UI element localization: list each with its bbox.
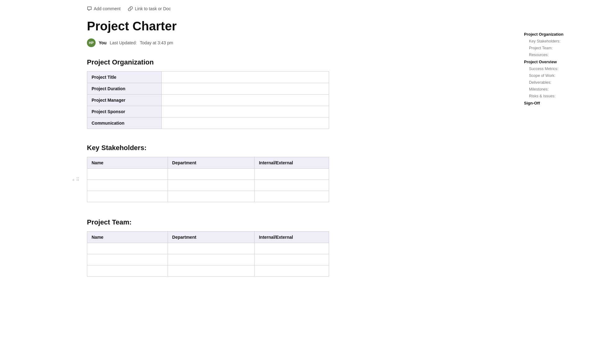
- toc-link[interactable]: Project Overview: [524, 59, 589, 65]
- avatar: HP: [87, 38, 96, 47]
- table-row: Project Duration: [87, 83, 329, 95]
- table-row: [87, 254, 329, 265]
- table-cell[interactable]: [255, 254, 329, 265]
- table-cell[interactable]: [255, 180, 329, 191]
- key-stakeholders-heading: Key Stakeholders:: [87, 144, 416, 152]
- table-cell[interactable]: [168, 169, 255, 180]
- table-cell[interactable]: [87, 180, 168, 191]
- toc-sidebar: Project OrganizationKey Stakeholders:Pro…: [522, 0, 596, 364]
- add-comment-button[interactable]: Add comment: [87, 6, 120, 11]
- table-cell[interactable]: [168, 243, 255, 254]
- table-cell[interactable]: [168, 191, 255, 202]
- project-org-heading: Project Organization: [87, 58, 416, 66]
- main-content: Add comment Link to task or Doc Project …: [0, 0, 435, 364]
- table-cell[interactable]: [87, 254, 168, 265]
- toc-link[interactable]: Success Metrics:: [524, 66, 589, 72]
- toc-link[interactable]: Key Stakeholders:: [524, 38, 589, 44]
- link-label: Link to task or Doc: [135, 6, 171, 11]
- value-cell[interactable]: [161, 95, 329, 106]
- project-team-section: Project Team: NameDepartmentInternal/Ext…: [87, 218, 416, 277]
- author-row: HP You Last Updated: Today at 3:43 pm: [87, 38, 416, 47]
- table-cell[interactable]: [87, 265, 168, 277]
- value-cell[interactable]: [161, 83, 329, 95]
- add-comment-label: Add comment: [94, 6, 120, 11]
- table-cell[interactable]: [255, 169, 329, 180]
- project-team-table: NameDepartmentInternal/External: [87, 231, 329, 277]
- label-cell: Project Sponsor: [87, 106, 162, 118]
- table-cell[interactable]: [168, 265, 255, 277]
- project-org-table: Project TitleProject DurationProject Man…: [87, 71, 329, 129]
- link-icon: [128, 6, 133, 11]
- add-row-button[interactable]: +: [72, 177, 75, 182]
- key-stakeholders-table: NameDepartmentInternal/External: [87, 157, 329, 202]
- column-header: Name: [87, 232, 168, 243]
- author-name: You: [99, 40, 106, 45]
- doc-title: Project Charter: [87, 19, 416, 33]
- table-cell[interactable]: [87, 243, 168, 254]
- column-header: Internal/External: [255, 157, 329, 169]
- table-row: Project Sponsor: [87, 106, 329, 118]
- toc-link[interactable]: Milestones:: [524, 86, 589, 92]
- table-row: Project Manager: [87, 95, 329, 106]
- toc-link[interactable]: Project Organization: [524, 31, 589, 38]
- column-header: Name: [87, 157, 168, 169]
- column-header: Department: [168, 157, 255, 169]
- table-cell[interactable]: [87, 169, 168, 180]
- table-cell[interactable]: [255, 243, 329, 254]
- label-cell: Project Manager: [87, 95, 162, 106]
- table-cell[interactable]: [255, 265, 329, 277]
- comment-icon: [87, 6, 92, 11]
- table-cell[interactable]: [168, 180, 255, 191]
- table-cell[interactable]: [168, 254, 255, 265]
- table-row: Communication: [87, 118, 329, 129]
- column-header: Department: [168, 232, 255, 243]
- last-updated-value: Today at 3:43 pm: [140, 40, 173, 45]
- column-header: Internal/External: [255, 232, 329, 243]
- table-cell[interactable]: [87, 191, 168, 202]
- value-cell[interactable]: [161, 118, 329, 129]
- table-row: [87, 191, 329, 202]
- key-stakeholders-table-wrapper: + ⠿ NameDepartmentInternal/External: [87, 157, 329, 202]
- toolbar: Add comment Link to task or Doc: [87, 6, 416, 11]
- table-row: [87, 180, 329, 191]
- toc-link[interactable]: Project Team:: [524, 45, 589, 51]
- toc-link[interactable]: Risks & Issues:: [524, 93, 589, 99]
- label-cell: Project Duration: [87, 83, 162, 95]
- project-team-heading: Project Team:: [87, 218, 416, 226]
- link-button[interactable]: Link to task or Doc: [128, 6, 171, 11]
- table-row: [87, 169, 329, 180]
- last-updated-label: Last Updated:: [110, 40, 137, 45]
- table-cell[interactable]: [255, 191, 329, 202]
- table-row: [87, 265, 329, 277]
- label-cell: Project Title: [87, 72, 162, 83]
- value-cell[interactable]: [161, 106, 329, 118]
- value-cell[interactable]: [161, 72, 329, 83]
- toc-link[interactable]: Sign-Off: [524, 100, 589, 106]
- toc-link[interactable]: Scope of Work:: [524, 73, 589, 79]
- drag-handle[interactable]: ⠿: [76, 177, 79, 182]
- key-stakeholders-section: Key Stakeholders: + ⠿ NameDepartmentInte…: [87, 144, 416, 203]
- toc-link[interactable]: Deliverables:: [524, 79, 589, 86]
- toc-link[interactable]: Resources:: [524, 52, 589, 58]
- table-row: [87, 243, 329, 254]
- row-controls: + ⠿: [72, 177, 79, 182]
- project-organization-section: Project Organization Project TitleProjec…: [87, 58, 416, 129]
- label-cell: Communication: [87, 118, 162, 129]
- table-row: Project Title: [87, 72, 329, 83]
